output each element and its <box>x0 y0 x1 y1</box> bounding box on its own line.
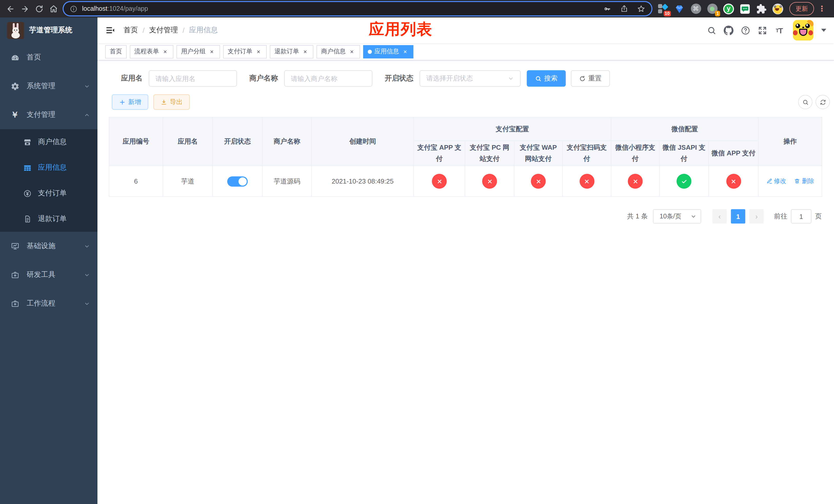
sidebar-item-payment[interactable]: ￥支付管理 <box>0 100 97 129</box>
edit-button[interactable]: 修改 <box>766 177 786 186</box>
search-icon[interactable] <box>706 25 717 36</box>
app-name-input[interactable] <box>149 70 237 87</box>
bookmark-star-icon[interactable] <box>637 5 645 13</box>
site-info-icon[interactable] <box>70 5 78 13</box>
font-size-icon[interactable]: TT <box>774 25 784 36</box>
url-path: :1024/pay/app <box>107 5 148 12</box>
breadcrumb-home[interactable]: 首页 <box>124 26 138 35</box>
breadcrumb-payment[interactable]: 支付管理 <box>149 26 178 35</box>
reset-button[interactable]: 重置 <box>571 70 610 87</box>
tab-label: 应用信息 <box>374 47 399 56</box>
help-icon[interactable] <box>740 25 750 36</box>
column-header-created: 创建时间 <box>312 117 414 166</box>
tab-close-icon[interactable]: × <box>348 48 355 55</box>
sidebar-item-merchant-info[interactable]: 商户信息 <box>0 129 97 155</box>
extension-apps-grid-icon[interactable]: 10 <box>658 3 668 14</box>
avatar-caret-icon[interactable] <box>821 29 826 32</box>
tab-close-icon[interactable]: × <box>302 48 309 55</box>
back-button[interactable] <box>3 2 18 16</box>
page-size-select[interactable]: 10条/页 <box>653 209 701 224</box>
disabled-x-icon <box>628 174 643 189</box>
sidebar-item-label: 系统管理 <box>27 82 56 91</box>
column-header-alipay-app: 支付宝 APP 支付 <box>414 141 465 166</box>
user-avatar[interactable] <box>793 20 813 41</box>
prev-page-button[interactable]: ‹ <box>712 209 727 224</box>
pagination: 共 1 条 10条/页 ‹ 1 › 前往 页 <box>109 209 822 224</box>
sidebar-item-refund-order[interactable]: 退款订单 <box>0 206 97 232</box>
tab-close-icon[interactable]: × <box>208 48 215 55</box>
sidebar-item-pay-order[interactable]: 支付订单 <box>0 181 97 206</box>
extension-chat-icon[interactable] <box>740 3 750 14</box>
password-key-icon[interactable] <box>603 5 611 13</box>
home-button[interactable] <box>46 2 61 16</box>
browser-menu-icon[interactable]: ⋮ <box>818 4 825 13</box>
tab-close-icon[interactable]: × <box>255 48 262 55</box>
monitor-icon <box>10 242 20 251</box>
extension-gem-icon[interactable] <box>674 3 685 14</box>
yen-icon: ￥ <box>10 110 20 119</box>
github-icon[interactable] <box>723 25 733 36</box>
tab-label: 商户信息 <box>321 47 346 56</box>
tab-user-group[interactable]: 用户分组× <box>176 45 220 58</box>
reload-button[interactable] <box>32 2 46 16</box>
address-bar[interactable]: localhost:1024/pay/app <box>64 2 652 15</box>
sidebar-item-app-info[interactable]: 应用信息 <box>0 155 97 181</box>
extension-command-icon[interactable]: ⌘ <box>690 3 701 14</box>
page-content: 应用名 商户名称 开启状态 请选择开启状态 搜索 重置 <box>97 61 834 224</box>
sidebar-item-system[interactable]: 系统管理 <box>0 72 97 100</box>
download-icon <box>160 99 167 105</box>
app-logo-row[interactable]: 芋道管理系统 <box>0 18 97 43</box>
yen-circle-icon <box>23 189 32 198</box>
status-select[interactable]: 请选择开启状态 <box>420 70 521 87</box>
column-group-wechat: 微信配置 <box>611 117 758 141</box>
next-page-button[interactable]: › <box>749 209 764 224</box>
update-button[interactable]: 更新 <box>789 2 814 15</box>
share-icon[interactable] <box>620 5 628 13</box>
dashboard-icon <box>10 53 20 62</box>
fullscreen-icon[interactable] <box>757 25 767 36</box>
tab-process-form[interactable]: 流程表单× <box>130 45 173 58</box>
status-toggle[interactable] <box>227 176 248 186</box>
refresh-icon <box>579 75 586 82</box>
sidebar-item-home[interactable]: 首页 <box>0 43 97 72</box>
extension-status-dot-icon[interactable]: 1 <box>707 3 718 14</box>
delete-button[interactable]: 删除 <box>794 177 814 186</box>
refresh-table-button[interactable] <box>815 95 830 109</box>
goto-page-input[interactable] <box>791 209 811 224</box>
tab-close-icon[interactable]: × <box>402 48 409 55</box>
merchant-name-input[interactable] <box>284 70 372 87</box>
page-1-button[interactable]: 1 <box>731 209 745 224</box>
table-toolbar: 新增 导出 <box>112 94 822 110</box>
add-button[interactable]: 新增 <box>112 94 148 110</box>
sidebar-toggle-icon[interactable] <box>105 25 115 36</box>
search-button[interactable]: 搜索 <box>527 70 566 87</box>
briefcase-icon <box>10 270 20 279</box>
extension-badge: 1 <box>715 11 720 16</box>
tab-refund-order[interactable]: 退款订单× <box>270 45 313 58</box>
extension-profile-emoji-icon[interactable] <box>772 3 783 14</box>
extension-puzzle-icon[interactable] <box>756 3 767 14</box>
avatar-cheek <box>793 30 797 36</box>
browser-toolbar: localhost:1024/pay/app 10⌘1y 更新 ⋮ <box>0 0 834 18</box>
briefcase-icon <box>10 299 20 308</box>
tab-pay-order[interactable]: 支付订单× <box>223 45 267 58</box>
screen: localhost:1024/pay/app 10⌘1y 更新 ⋮ 芋道 <box>0 0 834 504</box>
tab-merchant-info[interactable]: 商户信息× <box>316 45 360 58</box>
tab-close-icon[interactable]: × <box>161 48 169 55</box>
sidebar-item-workflow[interactable]: 工作流程 <box>0 289 97 318</box>
sidebar-item-dev-tools[interactable]: 研发工具 <box>0 260 97 289</box>
chevron-down-icon <box>84 300 90 307</box>
export-button[interactable]: 导出 <box>153 94 190 110</box>
extension-yudao-icon[interactable]: y <box>723 3 734 14</box>
chevron-down-icon <box>84 272 90 278</box>
tab-app-info[interactable]: 应用信息× <box>363 45 413 58</box>
disabled-x-icon <box>726 174 741 189</box>
sidebar-item-infrastructure[interactable]: 基础设施 <box>0 232 97 260</box>
cell-wechat-lite <box>611 166 659 197</box>
goto-label: 前往 <box>774 212 787 221</box>
forward-button[interactable] <box>18 2 32 16</box>
avatar-mouth <box>799 29 807 36</box>
show-search-button[interactable] <box>798 95 812 109</box>
status-select-placeholder: 请选择开启状态 <box>426 74 473 83</box>
tab-home[interactable]: 首页 <box>105 45 127 58</box>
